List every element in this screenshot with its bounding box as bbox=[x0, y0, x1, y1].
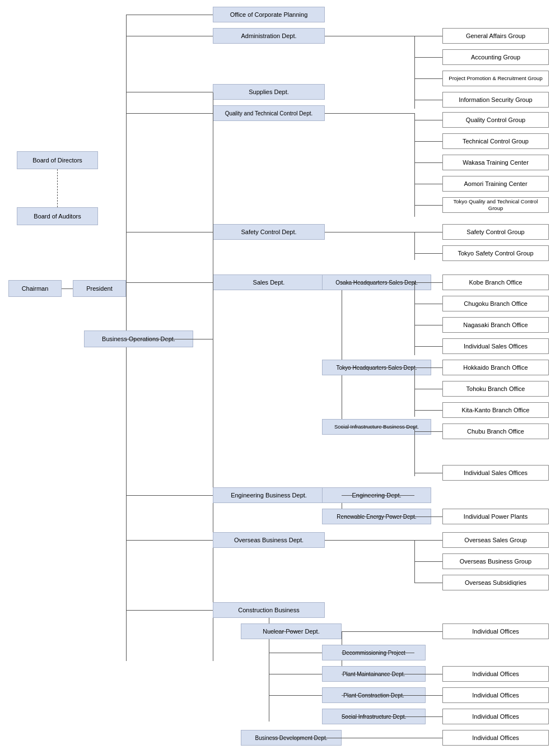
sales-dept: Sales Dept. bbox=[213, 274, 325, 290]
indiv-offices-2: Individual Offices bbox=[442, 666, 549, 682]
president: President bbox=[73, 280, 126, 297]
chubu: Chubu Branch Office bbox=[442, 423, 549, 439]
office-corporate: Office of Corporate Planning bbox=[213, 7, 325, 22]
tokyo-quality: Tokyo Quality and Technical Control Grou… bbox=[442, 197, 549, 213]
kita-kanto: Kita-Kanto Branch Office bbox=[442, 402, 549, 418]
tokyo-safety: Tokyo Safety Control Group bbox=[442, 245, 549, 261]
tohoku: Tohoku Branch Office bbox=[442, 381, 549, 397]
admin-dept: Administration Dept. bbox=[213, 28, 325, 44]
individual-sales-2: Individual Sales Offices bbox=[442, 465, 549, 481]
safety-dept: Safety Control Dept. bbox=[213, 224, 325, 240]
chairman: Chairman bbox=[8, 280, 62, 297]
overseas-biz-dept: Overseas Business Dept. bbox=[213, 532, 325, 548]
overseas-sub: Overseas Subsidiqries bbox=[442, 575, 549, 590]
nagasaki: Nagasaki Branch Office bbox=[442, 317, 549, 333]
safety-control: Safety Control Group bbox=[442, 224, 549, 240]
info-security: Information Security Group bbox=[442, 92, 549, 108]
overseas-sales: Overseas Sales Group bbox=[442, 532, 549, 548]
chugoku: Chugoku Branch Office bbox=[442, 296, 549, 311]
accounting-group: Accounting Group bbox=[442, 49, 549, 65]
engineering-biz: Engineering Business Dept. bbox=[213, 487, 325, 503]
supplies-dept: Supplies Dept. bbox=[213, 84, 325, 100]
board-auditors: Board of Auditors bbox=[17, 207, 98, 225]
general-affairs: General Affairs Group bbox=[442, 28, 549, 44]
individual-sales-1: Individual Sales Offices bbox=[442, 338, 549, 354]
hokkaido: Hokkaido Branch Office bbox=[442, 360, 549, 375]
org-chart: Board of Directors Board of Auditors Cha… bbox=[0, 0, 560, 754]
wakasa: Wakasa Training Center bbox=[442, 155, 549, 170]
aomori: Aomori Training Center bbox=[442, 176, 549, 192]
kobe: Kobe Branch Office bbox=[442, 274, 549, 290]
project-promo: Project Promotion & Recruitment Group bbox=[442, 71, 549, 86]
quality-control: Quality Control Group bbox=[442, 112, 549, 128]
technical-control: Technical Control Group bbox=[442, 133, 549, 149]
individual-power: Individual Power Plants bbox=[442, 509, 549, 524]
indiv-offices-3: Individual Offices bbox=[442, 687, 549, 703]
overseas-biz-grp: Overseas Business Group bbox=[442, 553, 549, 569]
construction-biz: Construction Business bbox=[213, 602, 325, 618]
indiv-offices-1: Individual Offices bbox=[442, 623, 549, 639]
quality-tech-dept: Quality and Technical Control Dept. bbox=[213, 105, 325, 121]
board-directors: Board of Directors bbox=[17, 151, 98, 169]
indiv-offices-5: Individual Offices bbox=[442, 730, 549, 746]
indiv-offices-4: Individual Offices bbox=[442, 709, 549, 724]
